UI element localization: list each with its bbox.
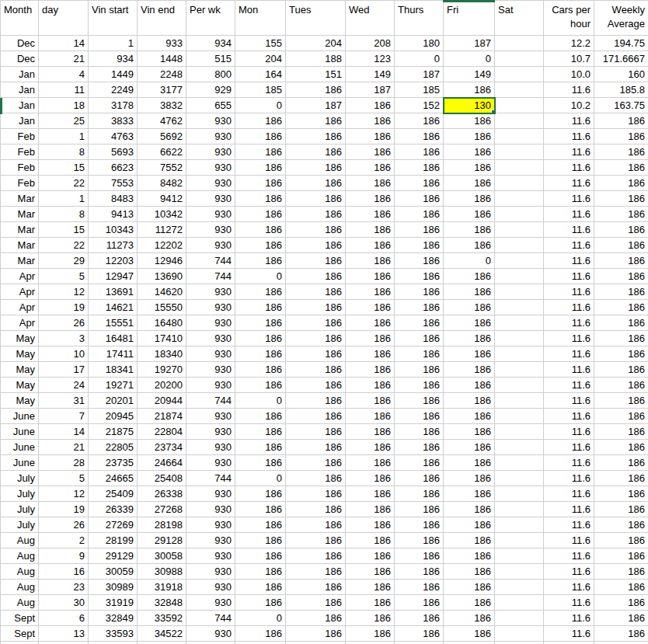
cell-vin-end[interactable]: 33592 [138, 611, 186, 626]
cell-per-wk[interactable]: 930 [186, 626, 235, 642]
cell-fri[interactable]: 186 [444, 564, 495, 580]
cell-month[interactable]: Aug [1, 580, 39, 595]
cell-per-wk[interactable]: 744 [186, 611, 235, 626]
cell-vin-end[interactable]: 5692 [138, 129, 186, 144]
cell-vin-end[interactable]: 12946 [138, 253, 186, 269]
cell-fri[interactable]: 186 [444, 222, 495, 238]
cell-vin-start[interactable]: 8483 [89, 191, 138, 207]
cell-fri[interactable]: 186 [444, 82, 495, 98]
cell-weekly-average[interactable]: 186 [594, 517, 648, 533]
cell-month[interactable]: Jan [1, 98, 39, 113]
cell-wed[interactable]: 186 [346, 502, 395, 517]
cell-day[interactable]: 21 [39, 51, 89, 67]
header-wed[interactable]: Wed [346, 1, 395, 36]
cell-sat[interactable] [495, 409, 544, 424]
cell-month[interactable]: Aug [1, 533, 39, 548]
cell-cars-per-hour[interactable]: 11.6 [544, 626, 594, 642]
cell-vin-end[interactable]: 2248 [138, 67, 186, 82]
cell-fri[interactable]: 186 [444, 533, 495, 548]
cell-cars-per-hour[interactable]: 11.6 [544, 564, 594, 580]
cell-cars-per-hour[interactable]: 11.6 [544, 191, 594, 207]
cell-vin-start[interactable]: 20945 [89, 409, 138, 424]
cell-wed[interactable]: 186 [346, 160, 395, 176]
cell-mon[interactable] [235, 642, 286, 644]
cell-cars-per-hour[interactable]: 11.6 [544, 253, 594, 269]
cell-thurs[interactable]: 186 [395, 471, 444, 486]
cell-day[interactable]: 23 [39, 580, 89, 595]
cell-fri[interactable]: 186 [444, 362, 495, 378]
cell-per-wk[interactable]: 930 [186, 222, 235, 238]
cell-wed[interactable]: 186 [346, 253, 395, 269]
cell-thurs[interactable]: 186 [395, 315, 444, 331]
cell-vin-start[interactable]: 6623 [89, 160, 138, 176]
cell-day[interactable]: 25 [39, 113, 89, 129]
cell-per-wk[interactable]: 930 [186, 191, 235, 207]
cell-mon[interactable]: 186 [235, 238, 286, 253]
cell-cars-per-hour[interactable]: 11.6 [544, 315, 594, 331]
cell-cars-per-hour[interactable]: 11.6 [544, 362, 594, 378]
header-vin-end[interactable]: Vin end [138, 1, 186, 36]
cell-tues[interactable]: 186 [286, 253, 346, 269]
cell-tues[interactable]: 186 [286, 471, 346, 486]
cell-per-wk[interactable]: 930 [186, 315, 235, 331]
cell-wed[interactable]: 186 [346, 191, 395, 207]
cell-weekly-average[interactable]: 186 [594, 160, 648, 176]
cell-sat[interactable] [495, 580, 544, 595]
cell-mon[interactable]: 186 [235, 191, 286, 207]
cell-vin-start[interactable]: 19271 [89, 378, 138, 393]
cell-wed[interactable]: 186 [346, 113, 395, 129]
cell-thurs[interactable]: 186 [395, 378, 444, 393]
cell-day[interactable]: 8 [39, 207, 89, 222]
cell-fri[interactable]: 186 [444, 424, 495, 440]
cell-weekly-average[interactable]: 186 [594, 486, 648, 502]
cell-cars-per-hour[interactable]: 11.6 [544, 393, 594, 409]
cell-month[interactable]: May [1, 362, 39, 378]
cell-vin-start[interactable]: 25409 [89, 486, 138, 502]
cell-mon[interactable]: 186 [235, 548, 286, 564]
cell-tues[interactable]: 186 [286, 564, 346, 580]
cell-day[interactable]: 5 [39, 471, 89, 486]
cell-sat[interactable] [495, 517, 544, 533]
cell-day[interactable]: 30 [39, 595, 89, 611]
cell-cars-per-hour[interactable] [544, 642, 594, 644]
cell-cars-per-hour[interactable]: 11.6 [544, 455, 594, 471]
cell-cars-per-hour[interactable]: 11.6 [544, 160, 594, 176]
cell-tues[interactable]: 186 [286, 611, 346, 626]
cell-vin-end[interactable]: 26338 [138, 486, 186, 502]
cell-thurs[interactable]: 186 [395, 548, 444, 564]
cell-vin-end[interactable]: 14620 [138, 284, 186, 300]
cell-month[interactable]: Aug [1, 564, 39, 580]
cell-tues[interactable]: 186 [286, 595, 346, 611]
cell-vin-start[interactable]: 934 [89, 51, 138, 67]
header-cars-per-hour[interactable]: Cars per hour [544, 1, 594, 36]
cell-mon[interactable]: 186 [235, 284, 286, 300]
cell-mon[interactable]: 186 [235, 424, 286, 440]
cell-fri[interactable]: 186 [444, 486, 495, 502]
cell-cars-per-hour[interactable]: 11.6 [544, 378, 594, 393]
cell-fri[interactable] [444, 642, 495, 644]
header-per-wk[interactable]: Per wk [186, 1, 235, 36]
cell-tues[interactable]: 186 [286, 393, 346, 409]
cell-vin-end[interactable]: 25408 [138, 471, 186, 486]
cell-cars-per-hour[interactable]: 11.6 [544, 331, 594, 346]
cell-weekly-average[interactable]: 186 [594, 564, 648, 580]
cell-vin-start[interactable]: 33593 [89, 626, 138, 642]
cell-sat[interactable] [495, 36, 544, 51]
cell-month[interactable]: Apr [1, 284, 39, 300]
cell-vin-start[interactable]: 5693 [89, 144, 138, 160]
cell-fri[interactable]: 186 [444, 144, 495, 160]
cell-day[interactable]: 26 [39, 517, 89, 533]
cell-weekly-average[interactable]: 186 [594, 346, 648, 362]
cell-day[interactable]: 12 [39, 486, 89, 502]
cell-per-wk[interactable]: 515 [186, 51, 235, 67]
cell-sat[interactable] [495, 300, 544, 315]
cell-wed[interactable]: 186 [346, 611, 395, 626]
cell-thurs[interactable]: 186 [395, 580, 444, 595]
cell-day[interactable]: 12 [39, 284, 89, 300]
cell-day[interactable]: 19 [39, 502, 89, 517]
cell-vin-start[interactable]: 2249 [89, 82, 138, 98]
cell-tues[interactable]: 186 [286, 580, 346, 595]
cell-vin-end[interactable]: 6622 [138, 144, 186, 160]
cell-vin-end[interactable]: 933 [138, 36, 186, 51]
cell-per-wk[interactable]: 930 [186, 502, 235, 517]
